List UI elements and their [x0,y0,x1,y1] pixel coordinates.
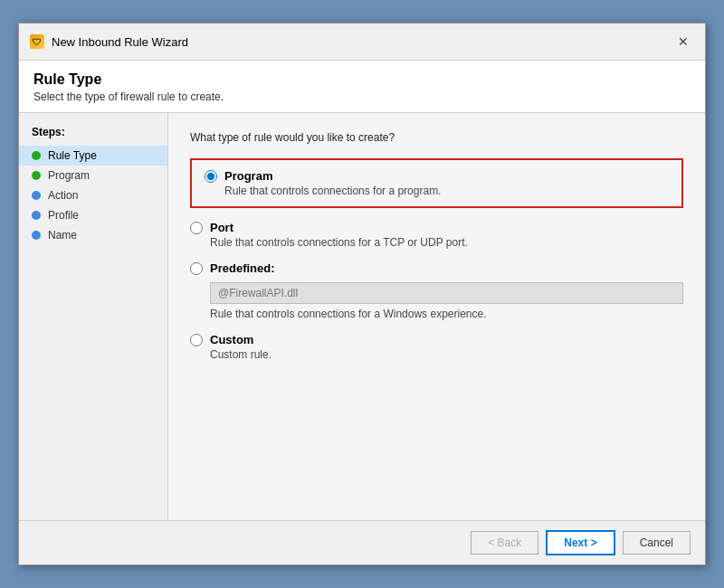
back-button[interactable]: < Back [471,531,538,555]
desc-port: Rule that controls connections for a TCP… [210,236,683,249]
page-subtitle: Select the type of firewall rule to crea… [33,90,691,103]
option-port-container: Port Rule that controls connections for … [190,221,683,249]
dot-icon-profile [32,211,41,220]
dot-icon-rule-type [32,151,41,160]
dot-icon-name [32,231,41,240]
footer: < Back Next > Cancel [19,520,705,564]
radio-program[interactable] [205,170,217,183]
radio-row-custom: Custom [190,333,683,346]
radio-predefined[interactable] [190,262,203,275]
option-custom-container: Custom Custom rule. [190,333,683,361]
desc-predefined: Rule that controls connections for a Win… [210,308,683,320]
label-program[interactable]: Program [224,169,272,183]
next-button[interactable]: Next > [546,530,614,555]
radio-row-predefined: Predefined: [190,261,683,275]
sidebar-item-action[interactable]: Action [19,185,167,205]
close-button[interactable]: ✕ [672,31,694,52]
sidebar-label-profile: Profile [48,209,79,222]
wizard-window: 🛡 New Inbound Rule Wizard ✕ Rule Type Se… [18,23,706,565]
label-custom[interactable]: Custom [210,333,253,346]
window-icon: 🛡 [30,34,44,49]
option-program-container: Program Rule that controls connections f… [190,158,683,208]
sidebar-label-action: Action [48,189,78,202]
rule-question: What type of rule would you like to crea… [190,131,683,144]
desc-custom: Custom rule. [210,348,683,361]
sidebar-label-rule-type: Rule Type [48,149,97,162]
dot-icon-action [32,191,41,200]
label-port[interactable]: Port [210,221,233,234]
title-bar: 🛡 New Inbound Rule Wizard ✕ [19,24,705,61]
sidebar-item-program[interactable]: Program [19,166,167,185]
sidebar-item-name[interactable]: Name [19,225,167,245]
radio-row-program: Program [205,169,669,183]
steps-label: Steps: [19,122,167,146]
radio-row-port: Port [190,221,683,234]
option-predefined-container: Predefined: Rule that controls connectio… [190,261,683,320]
content-area: Steps: Rule Type Program Action Profile … [19,113,705,520]
header-section: Rule Type Select the type of firewall ru… [19,61,705,113]
predefined-input[interactable] [210,282,683,304]
window-title: New Inbound Rule Wizard [52,35,188,49]
cancel-button[interactable]: Cancel [623,531,691,555]
desc-program: Rule that controls connections for a pro… [224,185,669,197]
sidebar-item-profile[interactable]: Profile [19,205,167,225]
radio-port[interactable] [190,222,203,234]
main-content: What type of rule would you like to crea… [168,113,705,520]
sidebar-label-program: Program [48,169,90,182]
title-bar-left: 🛡 New Inbound Rule Wizard [30,34,188,49]
page-title: Rule Type [33,71,691,88]
dot-icon-program [32,171,41,180]
sidebar: Steps: Rule Type Program Action Profile … [19,113,168,520]
label-predefined[interactable]: Predefined: [210,261,275,275]
sidebar-item-rule-type[interactable]: Rule Type [19,146,167,166]
sidebar-label-name: Name [48,229,77,242]
radio-custom[interactable] [190,334,203,346]
